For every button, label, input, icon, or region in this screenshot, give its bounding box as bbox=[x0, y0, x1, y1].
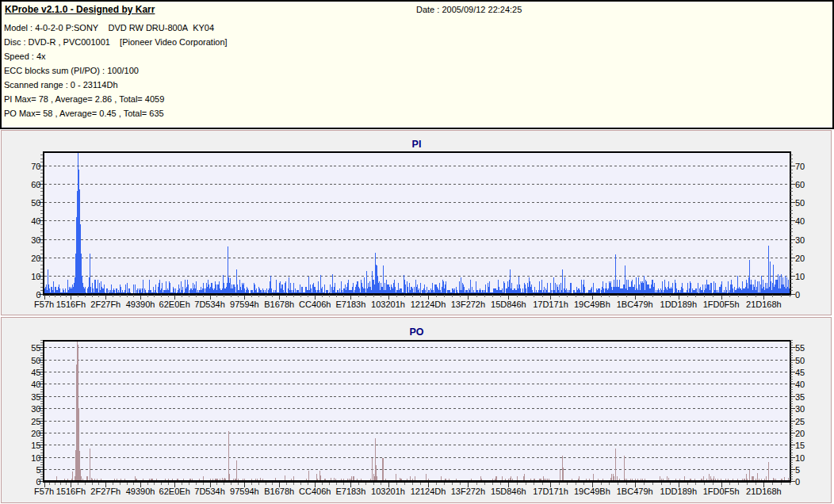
svg-text:40: 40 bbox=[795, 380, 805, 389]
svg-text:10: 10 bbox=[795, 453, 805, 463]
svg-text:7D534h: 7D534h bbox=[194, 300, 225, 309]
svg-text:45: 45 bbox=[795, 368, 805, 377]
svg-text:1BC479h: 1BC479h bbox=[617, 487, 653, 496]
svg-text:25: 25 bbox=[31, 417, 40, 426]
svg-text:20: 20 bbox=[31, 254, 40, 263]
svg-text:15: 15 bbox=[795, 441, 805, 450]
svg-text:13F272h: 13F272h bbox=[451, 487, 485, 496]
svg-text:103201h: 103201h bbox=[371, 300, 405, 309]
svg-text:45: 45 bbox=[31, 368, 40, 377]
svg-text:30: 30 bbox=[795, 404, 805, 414]
svg-text:2F27Fh: 2F27Fh bbox=[90, 300, 121, 309]
svg-text:40: 40 bbox=[31, 216, 40, 226]
svg-text:97594h: 97594h bbox=[230, 300, 259, 309]
svg-text:0: 0 bbox=[795, 290, 800, 300]
svg-text:50: 50 bbox=[795, 356, 805, 365]
svg-text:55: 55 bbox=[795, 343, 805, 353]
svg-text:19C49Bh: 19C49Bh bbox=[574, 487, 610, 496]
svg-text:103201h: 103201h bbox=[371, 487, 405, 496]
svg-text:70: 70 bbox=[795, 162, 805, 171]
svg-text:21D168h: 21D168h bbox=[746, 487, 782, 496]
svg-text:1516Fh: 1516Fh bbox=[56, 487, 86, 496]
svg-text:19C49Bh: 19C49Bh bbox=[574, 300, 610, 309]
svg-text:E7183h: E7183h bbox=[335, 487, 365, 496]
svg-text:1FD0F5h: 1FD0F5h bbox=[703, 300, 740, 309]
svg-text:0: 0 bbox=[795, 477, 800, 487]
svg-text:50: 50 bbox=[795, 198, 805, 208]
svg-text:B1678h: B1678h bbox=[264, 300, 294, 309]
svg-text:50: 50 bbox=[31, 198, 40, 208]
svg-text:F57h: F57h bbox=[34, 487, 54, 496]
svg-text:60: 60 bbox=[31, 180, 40, 189]
svg-text:12124Dh: 12124Dh bbox=[411, 300, 446, 309]
svg-text:62E0Eh: 62E0Eh bbox=[159, 300, 190, 309]
svg-text:30: 30 bbox=[31, 235, 40, 245]
svg-text:40: 40 bbox=[795, 216, 805, 226]
svg-text:17D171h: 17D171h bbox=[533, 487, 568, 496]
svg-text:30: 30 bbox=[31, 404, 40, 414]
svg-text:0: 0 bbox=[36, 477, 40, 487]
svg-text:60: 60 bbox=[795, 180, 805, 189]
svg-text:10: 10 bbox=[795, 272, 805, 281]
svg-text:CC406h: CC406h bbox=[299, 487, 331, 496]
svg-text:35: 35 bbox=[795, 392, 805, 402]
svg-text:55: 55 bbox=[31, 343, 40, 353]
svg-text:30: 30 bbox=[795, 235, 805, 245]
svg-text:15D846h: 15D846h bbox=[491, 487, 526, 496]
svg-text:15: 15 bbox=[31, 441, 40, 450]
svg-text:F57h: F57h bbox=[34, 300, 54, 309]
svg-text:1DD189h: 1DD189h bbox=[660, 300, 697, 309]
svg-text:49390h: 49390h bbox=[126, 300, 155, 309]
svg-text:10: 10 bbox=[31, 272, 40, 281]
svg-text:PI: PI bbox=[412, 139, 422, 150]
svg-text:21D168h: 21D168h bbox=[746, 300, 782, 309]
svg-text:B1678h: B1678h bbox=[264, 487, 294, 496]
svg-text:1DD189h: 1DD189h bbox=[660, 487, 697, 496]
svg-text:35: 35 bbox=[31, 392, 40, 402]
svg-text:40: 40 bbox=[31, 380, 40, 389]
svg-text:1FD0F5h: 1FD0F5h bbox=[703, 487, 740, 496]
svg-text:20: 20 bbox=[31, 429, 40, 438]
svg-text:1516Fh: 1516Fh bbox=[56, 300, 86, 309]
svg-text:5: 5 bbox=[795, 465, 800, 475]
svg-text:10: 10 bbox=[31, 453, 40, 463]
svg-text:49390h: 49390h bbox=[126, 487, 155, 496]
svg-text:7D534h: 7D534h bbox=[194, 487, 225, 496]
svg-text:CC406h: CC406h bbox=[299, 300, 331, 309]
svg-text:25: 25 bbox=[795, 417, 805, 426]
svg-text:70: 70 bbox=[31, 162, 40, 171]
svg-text:2F27Fh: 2F27Fh bbox=[90, 487, 121, 496]
svg-text:0: 0 bbox=[36, 290, 40, 300]
svg-text:E7183h: E7183h bbox=[335, 300, 365, 309]
svg-text:20: 20 bbox=[795, 429, 805, 438]
svg-text:1BC479h: 1BC479h bbox=[617, 300, 653, 309]
svg-text:50: 50 bbox=[31, 356, 40, 365]
svg-text:5: 5 bbox=[36, 465, 40, 475]
svg-text:20: 20 bbox=[795, 254, 805, 263]
svg-text:17D171h: 17D171h bbox=[533, 300, 568, 309]
svg-text:12124Dh: 12124Dh bbox=[411, 487, 446, 496]
svg-text:62E0Eh: 62E0Eh bbox=[159, 487, 190, 496]
svg-text:PO: PO bbox=[409, 326, 423, 338]
svg-text:15D846h: 15D846h bbox=[491, 300, 526, 309]
svg-text:97594h: 97594h bbox=[230, 487, 259, 496]
svg-text:13F272h: 13F272h bbox=[451, 300, 485, 309]
